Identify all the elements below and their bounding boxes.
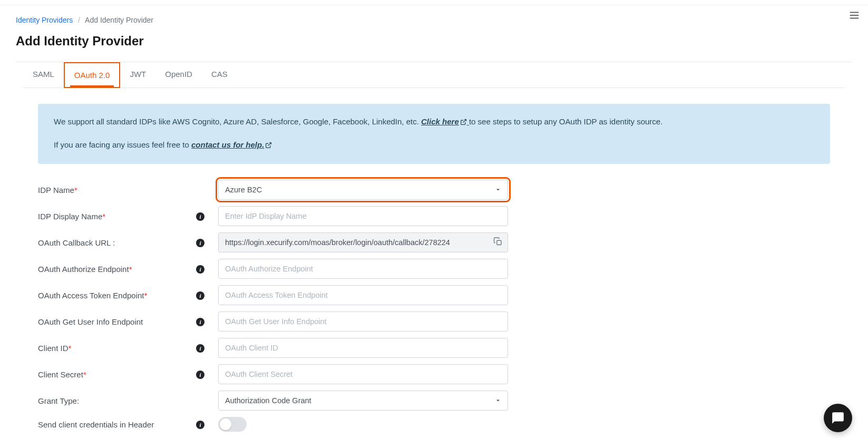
grant-type-select[interactable]: Authorization Code Grant xyxy=(218,391,508,411)
tab-openid[interactable]: OpenID xyxy=(155,62,202,87)
idp-name-select[interactable]: Azure B2C xyxy=(218,180,508,200)
svg-line-3 xyxy=(463,120,466,123)
info-icon[interactable]: i xyxy=(196,212,204,221)
info-icon[interactable]: i xyxy=(196,239,204,247)
menu-icon[interactable] xyxy=(849,9,860,23)
idp-display-name-label: IDP Display Name* xyxy=(38,212,196,221)
external-link-icon xyxy=(265,140,272,152)
breadcrumb: Identity Providers / Add Identity Provid… xyxy=(16,16,852,24)
breadcrumb-current: Add Identity Provider xyxy=(85,16,153,24)
info-text-1b: to see steps to setup any OAuth IDP as i… xyxy=(469,117,662,126)
breadcrumb-separator: / xyxy=(78,16,80,24)
info-icon[interactable]: i xyxy=(196,291,204,300)
info-icon[interactable]: i xyxy=(196,344,204,353)
tab-cas[interactable]: CAS xyxy=(202,62,237,87)
svg-rect-5 xyxy=(497,240,501,245)
svg-line-4 xyxy=(268,143,271,146)
send-header-toggle[interactable] xyxy=(218,417,247,432)
external-link-icon xyxy=(460,116,467,129)
page-title: Add Identity Provider xyxy=(16,34,852,48)
idp-name-label: IDP Name* xyxy=(38,186,196,194)
callback-url-input[interactable] xyxy=(218,232,508,252)
send-header-label: Send client credentials in Header xyxy=(38,420,196,429)
idp-display-name-input[interactable] xyxy=(218,206,508,226)
info-text-2a: If you are facing any issues feel free t… xyxy=(54,140,191,149)
info-icon[interactable]: i xyxy=(196,265,204,274)
tab-oauth[interactable]: OAuth 2.0 xyxy=(64,62,121,88)
chat-fab[interactable] xyxy=(824,404,852,432)
copy-icon[interactable] xyxy=(493,237,503,248)
info-icon[interactable]: i xyxy=(196,421,204,429)
toggle-knob xyxy=(220,418,231,430)
client-id-label: Client ID* xyxy=(38,344,196,353)
tab-saml[interactable]: SAML xyxy=(23,62,64,87)
setup-steps-link[interactable]: Click here xyxy=(421,117,469,126)
grant-type-label: Grant Type: xyxy=(38,396,196,405)
token-endpoint-label: OAuth Access Token Endpoint* xyxy=(38,291,196,300)
tabs: SAML OAuth 2.0 JWT OpenID CAS xyxy=(23,62,845,88)
callback-url-label: OAuth Callback URL : xyxy=(38,238,196,247)
tab-jwt[interactable]: JWT xyxy=(120,62,155,87)
authorize-endpoint-label: OAuth Authorize Endpoint* xyxy=(38,265,196,274)
info-box: We support all standard IDPs like AWS Co… xyxy=(38,104,830,164)
contact-help-link[interactable]: contact us for help. xyxy=(191,140,272,149)
userinfo-endpoint-input[interactable] xyxy=(218,311,508,332)
info-icon[interactable]: i xyxy=(196,318,204,326)
info-text-1a: We support all standard IDPs like AWS Co… xyxy=(54,117,421,126)
client-secret-input[interactable] xyxy=(218,364,508,384)
info-icon[interactable]: i xyxy=(196,371,204,379)
client-id-input[interactable] xyxy=(218,338,508,358)
authorize-endpoint-input[interactable] xyxy=(218,259,508,279)
token-endpoint-input[interactable] xyxy=(218,285,508,305)
breadcrumb-root-link[interactable]: Identity Providers xyxy=(16,16,73,24)
client-secret-label: Client Secret* xyxy=(38,370,196,379)
userinfo-endpoint-label: OAuth Get User Info Endpoint xyxy=(38,317,196,326)
